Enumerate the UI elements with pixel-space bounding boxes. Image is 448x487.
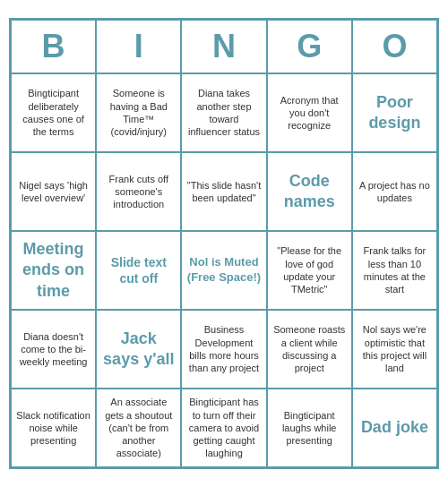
header-letter-i: I (96, 20, 181, 73)
bingo-cell-0[interactable]: Bingticipant deliberately causes one of … (11, 73, 96, 152)
bingo-cell-6[interactable]: Frank cuts off someone's introduction (96, 152, 181, 231)
bingo-grid: Bingticipant deliberately causes one of … (11, 73, 437, 467)
bingo-cell-20[interactable]: Slack notification noise while presentin… (11, 389, 96, 467)
bingo-cell-14[interactable]: Frank talks for less than 10 minutes at … (352, 231, 437, 310)
header-letter-o: O (352, 20, 437, 73)
bingo-cell-15[interactable]: Diana doesn't come to the bi-weekly meet… (11, 310, 96, 389)
bingo-cell-23[interactable]: Bingticipant laughs while presenting (267, 389, 352, 467)
bingo-cell-17[interactable]: Business Development bills more hours th… (181, 310, 266, 389)
bingo-cell-16[interactable]: Jack says y'all (96, 310, 181, 389)
bingo-cell-4[interactable]: Poor design (352, 73, 437, 152)
bingo-cell-2[interactable]: Diana takes another step toward influenc… (181, 73, 266, 152)
bingo-cell-24[interactable]: Dad joke (352, 389, 437, 467)
header-letter-g: G (267, 20, 352, 73)
bingo-cell-19[interactable]: Nol says we're optimistic that this proj… (352, 310, 437, 389)
bingo-cell-9[interactable]: A project has no updates (352, 152, 437, 231)
bingo-cell-3[interactable]: Acronym that you don't recognize (267, 73, 352, 152)
header-letter-b: B (11, 20, 96, 73)
bingo-cell-13[interactable]: "Please for the love of god update your … (267, 231, 352, 310)
bingo-cell-18[interactable]: Someone roasts a client while discussing… (267, 310, 352, 389)
bingo-cell-1[interactable]: Someone is having a Bad Time™ (covid/inj… (96, 73, 181, 152)
bingo-header: BINGO (11, 20, 437, 73)
bingo-cell-8[interactable]: Code names (267, 152, 352, 231)
bingo-cell-12[interactable]: Nol is Muted (Free Space!) (181, 231, 266, 310)
bingo-cell-22[interactable]: Bingticipant has to turn off their camer… (181, 389, 266, 467)
bingo-cell-11[interactable]: Slide text cut off (96, 231, 181, 310)
bingo-cell-7[interactable]: "This slide hasn't been updated" (181, 152, 266, 231)
header-letter-n: N (181, 20, 266, 73)
bingo-cell-10[interactable]: Meeting ends on time (11, 231, 96, 310)
bingo-cell-21[interactable]: An associate gets a shoutout (can't be f… (96, 389, 181, 467)
bingo-card: BINGO Bingticipant deliberately causes o… (9, 18, 439, 469)
bingo-cell-5[interactable]: Nigel says 'high level overview' (11, 152, 96, 231)
